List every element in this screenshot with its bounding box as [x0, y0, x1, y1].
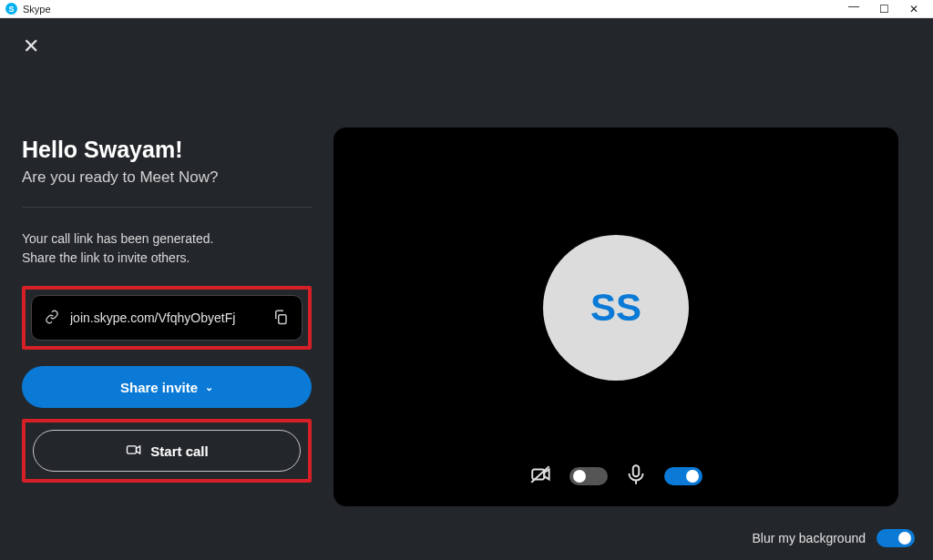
share-link-highlight: join.skype.com/VfqhyObyetFj — [22, 286, 312, 350]
greeting-heading: Hello Swayam! — [22, 137, 312, 163]
minimize-button[interactable]: — — [848, 1, 859, 12]
divider — [22, 207, 312, 208]
avatar: SS — [543, 235, 689, 381]
svg-rect-0 — [279, 314, 286, 323]
info-line-1: Your call link has been generated. — [22, 231, 213, 246]
window-controls: — ☐ ✕ — [848, 4, 918, 15]
left-panel: Hello Swayam! Are you ready to Meet Now?… — [0, 18, 333, 560]
video-call-icon — [125, 441, 143, 462]
blur-background-toggle[interactable] — [877, 529, 915, 547]
right-panel: SS — [333, 18, 933, 560]
start-call-label: Start call — [150, 443, 208, 459]
call-link-text: join.skype.com/VfqhyObyetFj — [70, 311, 261, 325]
share-invite-button[interactable]: Share invite ⌄ — [22, 366, 312, 408]
svg-rect-4 — [633, 465, 640, 476]
avatar-initials: SS — [590, 286, 641, 330]
camera-toggle[interactable] — [569, 467, 608, 485]
video-controls — [529, 463, 702, 490]
start-call-button[interactable]: Start call — [33, 430, 301, 472]
close-window-button[interactable]: ✕ — [909, 4, 918, 15]
close-dialog-button[interactable]: ✕ — [23, 36, 39, 56]
subtitle-text: Are you ready to Meet Now? — [22, 168, 312, 187]
copy-icon[interactable] — [272, 309, 289, 328]
call-link-bar[interactable]: join.skype.com/VfqhyObyetFj — [31, 295, 302, 341]
svg-rect-2 — [532, 470, 544, 480]
chevron-down-icon: ⌄ — [205, 382, 213, 393]
skype-app-icon: S — [5, 3, 17, 15]
info-line-2: Share the link to invite others. — [22, 250, 190, 265]
app-body: ✕ Hello Swayam! Are you ready to Meet No… — [0, 18, 933, 560]
share-invite-label: Share invite — [120, 380, 198, 395]
camera-off-icon — [529, 463, 553, 490]
microphone-toggle[interactable] — [664, 467, 702, 485]
app-title: Skype — [23, 4, 848, 15]
window-titlebar: S Skype — ☐ ✕ — [0, 0, 933, 18]
link-icon — [45, 310, 59, 327]
start-call-highlight: Start call — [22, 419, 312, 483]
video-preview: SS — [333, 127, 898, 506]
microphone-icon — [624, 463, 648, 490]
info-text: Your call link has been generated. Share… — [22, 229, 312, 268]
blur-background-row: Blur my background — [752, 529, 915, 547]
maximize-button[interactable]: ☐ — [879, 4, 889, 15]
blur-background-label: Blur my background — [752, 531, 866, 545]
svg-rect-1 — [128, 445, 137, 453]
